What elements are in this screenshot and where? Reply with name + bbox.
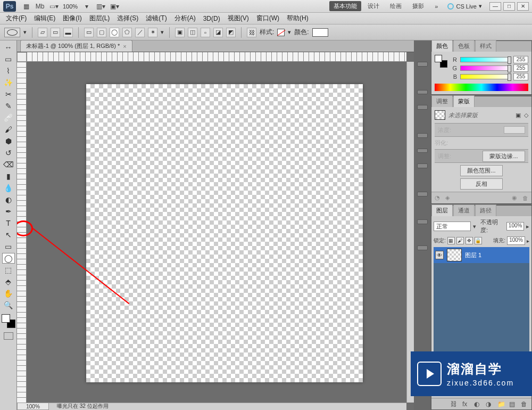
green-value[interactable]: 255	[513, 64, 528, 72]
lasso-tool[interactable]: ⌇	[2, 65, 15, 76]
shape-line-icon[interactable]: ／	[135, 28, 145, 37]
ellipse-tool[interactable]: ◯	[2, 253, 15, 264]
magic-wand-tool[interactable]: ✨	[2, 77, 15, 88]
document-tab[interactable]: 未标题-1 @ 100% (图层 1, RGB/8) * ×	[20, 40, 132, 52]
foreground-color[interactable]	[2, 314, 10, 323]
mask-load-icon[interactable]: ◔	[435, 194, 440, 201]
menu-layer[interactable]: 图层(L)	[86, 12, 114, 24]
fill-pixels-mode-icon[interactable]: ▬	[63, 28, 73, 37]
color-swatches[interactable]	[2, 314, 15, 328]
new-layer-icon[interactable]: ▤	[509, 400, 517, 408]
healing-tool[interactable]: 🩹	[2, 112, 15, 123]
invert-button[interactable]: 反相	[460, 178, 503, 190]
history-brush-tool[interactable]: ↺	[2, 147, 15, 158]
cs-live-button[interactable]: CS Live▾	[447, 3, 482, 10]
canvas[interactable]	[86, 84, 363, 382]
shape-rounded-icon[interactable]: ▢	[97, 28, 106, 37]
clone-source-panel-icon[interactable]	[417, 105, 428, 110]
shape-polygon-icon[interactable]: ⬠	[122, 28, 132, 37]
shape-rect-icon[interactable]: ▭	[84, 28, 94, 37]
menu-help[interactable]: 帮助(H)	[283, 12, 312, 24]
menu-filter[interactable]: 滤镜(T)	[142, 12, 170, 24]
combine-intersect-icon[interactable]: ◪	[213, 28, 223, 37]
lock-all-icon[interactable]: 🔒	[475, 237, 482, 244]
quickmask-toggle[interactable]	[4, 332, 13, 340]
stamp-tool[interactable]: ⬢	[2, 136, 15, 146]
fx-icon[interactable]: fx	[462, 400, 470, 408]
color-panel-swatches[interactable]	[435, 55, 447, 68]
close-icon[interactable]: ×	[123, 43, 126, 50]
ruler-vertical[interactable]	[17, 62, 27, 403]
menu-select[interactable]: 选择(S)	[113, 12, 142, 24]
eyedropper-tool[interactable]: ✎	[2, 101, 15, 111]
character-panel-icon[interactable]	[417, 133, 428, 138]
tab-mask[interactable]: 蒙版	[453, 95, 475, 107]
maximize-button[interactable]: □	[503, 2, 515, 11]
gradient-tool[interactable]: ▮	[2, 171, 15, 182]
pen-tool[interactable]: ✒	[2, 206, 15, 217]
layer-row[interactable]: 👁 图层 1	[434, 247, 529, 263]
pixel-mask-icon[interactable]: ▣	[516, 112, 521, 119]
red-slider[interactable]	[460, 57, 510, 62]
tab-channels[interactable]: 通道	[453, 204, 475, 216]
mask-edge-button[interactable]: 蒙版边缘...	[483, 151, 525, 162]
hand-tool[interactable]: ✋	[2, 288, 15, 299]
bridge-icon[interactable]: ▦	[20, 2, 32, 11]
menu-file[interactable]: 文件(F)	[2, 12, 30, 24]
marquee-tool[interactable]: ▭	[2, 54, 15, 64]
lock-transparency-icon[interactable]: ▦	[447, 237, 455, 244]
close-button[interactable]: ✕	[517, 2, 529, 11]
3d-camera-tool[interactable]: ⬘	[2, 276, 15, 287]
color-picker[interactable]	[312, 28, 328, 37]
fill-value[interactable]: 100%	[507, 236, 525, 245]
blend-mode-select[interactable]: 正常	[434, 222, 471, 231]
mask-apply-icon[interactable]: ◈	[445, 194, 450, 201]
ruler-horizontal[interactable]	[27, 52, 406, 62]
status-zoom[interactable]: 100%	[17, 403, 49, 410]
workspace-more[interactable]: »	[430, 2, 442, 11]
workspace-essentials[interactable]: 基本功能	[329, 1, 361, 11]
workspace-photography[interactable]: 摄影	[408, 1, 428, 11]
menu-analysis[interactable]: 分析(A)	[171, 12, 200, 24]
add-mask-icon[interactable]: ◐	[474, 400, 481, 408]
brushes-panel-icon[interactable]	[417, 90, 428, 95]
color-spectrum[interactable]	[435, 84, 528, 91]
mini-bridge-icon[interactable]: Mb	[34, 2, 46, 11]
workspace-painting[interactable]: 绘画	[386, 1, 406, 11]
eraser-tool[interactable]: ⌫	[2, 159, 15, 170]
3d-tool[interactable]: ⬚	[2, 265, 15, 275]
zoom-level[interactable]: 100%	[61, 3, 80, 10]
opacity-value[interactable]: 100%	[506, 222, 524, 231]
red-value[interactable]: 255	[513, 56, 528, 63]
minimize-button[interactable]: ―	[489, 2, 501, 11]
delete-layer-icon[interactable]: 🗑	[521, 400, 528, 408]
tab-styles[interactable]: 样式	[475, 40, 496, 52]
tool-preset-picker[interactable]	[4, 28, 20, 37]
rectangle-tool[interactable]: ▭	[2, 241, 15, 252]
tab-layers[interactable]: 图层	[431, 204, 453, 216]
combine-exclude-icon[interactable]: ◩	[226, 28, 236, 37]
workspace-design[interactable]: 设计	[363, 1, 384, 11]
brush-tool[interactable]: 🖌	[2, 124, 15, 135]
shape-custom-icon[interactable]: ✶	[148, 28, 157, 37]
color-range-button[interactable]: 颜色范围...	[460, 165, 503, 176]
type-tool[interactable]: T	[2, 218, 15, 228]
menu-3d[interactable]: 3D(D)	[200, 13, 224, 24]
new-group-icon[interactable]: 📁	[497, 400, 505, 408]
info-panel-icon[interactable]	[417, 219, 428, 224]
style-picker[interactable]	[277, 29, 285, 36]
tab-color[interactable]: 颜色	[431, 40, 453, 52]
combine-new-icon[interactable]: ▣	[175, 28, 185, 37]
zoom-tool[interactable]: 🔍	[2, 300, 15, 310]
paths-mode-icon[interactable]: ▭	[51, 28, 60, 37]
tab-adjustments[interactable]: 调整	[431, 95, 453, 107]
combine-subtract-icon[interactable]: ▫	[201, 28, 210, 37]
green-slider[interactable]	[460, 65, 510, 71]
blue-slider[interactable]	[460, 74, 510, 79]
history-panel-icon[interactable]	[417, 62, 428, 67]
link-layers-icon[interactable]: ⛓	[451, 400, 458, 408]
zoom-dropdown-icon[interactable]: ▾	[81, 2, 93, 11]
menu-image[interactable]: 图像(I)	[59, 12, 85, 24]
tab-paths[interactable]: 路径	[475, 204, 496, 216]
arrange-docs-icon[interactable]: ▥▾	[95, 2, 106, 11]
